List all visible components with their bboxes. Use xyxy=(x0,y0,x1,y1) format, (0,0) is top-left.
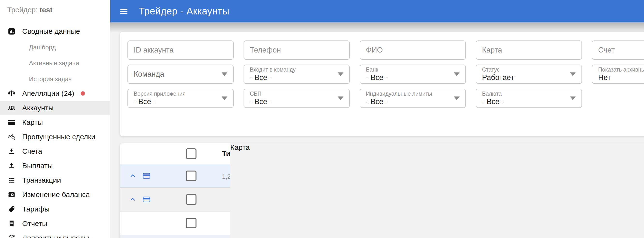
sidebar-item-label: Депозиты и выводы xyxy=(22,234,89,238)
sidebar-item-label: История задач xyxy=(29,75,72,83)
select-label: Входит в команду xyxy=(250,67,335,73)
sidebar-item-label: Карты xyxy=(22,118,43,126)
sidebar-item-accounts[interactable]: Аккаунты xyxy=(0,101,110,115)
select-placeholder: Команда xyxy=(134,70,219,79)
select-value: - Все - xyxy=(366,73,451,82)
filter-select-show-archived[interactable]: Показать архивныеНет xyxy=(592,65,644,84)
list-icon xyxy=(7,176,16,185)
filter-input-card[interactable] xyxy=(482,46,567,54)
account-type: Карта xyxy=(230,143,644,238)
select-label: Валюта xyxy=(482,91,567,97)
sidebar-item-invoices[interactable]: Счета xyxy=(0,144,110,158)
filter-field-fio xyxy=(360,40,466,60)
select-label: Статус xyxy=(482,67,567,73)
sidebar: Трейдер:test Сводные данныеДашбордАктивн… xyxy=(0,0,110,238)
sidebar-item-label: Транзакции xyxy=(22,176,61,184)
chevron-down-icon xyxy=(338,73,344,76)
filters-panel: КомандаВходит в команду- Все -Банк- Все … xyxy=(120,32,644,136)
filter-select-team[interactable]: Команда xyxy=(128,65,234,84)
filter-input-account-id[interactable] xyxy=(134,46,219,54)
table-row[interactable]: Карта 264 ***4442 - 2024-07-22 10:55:23 … xyxy=(120,211,644,235)
sidebar-item-payouts[interactable]: Выплаты xyxy=(0,158,110,173)
upload-icon xyxy=(7,161,16,170)
chevron-down-icon xyxy=(222,97,228,100)
header-shadow xyxy=(110,22,644,32)
sidebar-nav: Сводные данныеДашбордАктивные задачиИсто… xyxy=(0,24,110,238)
filter-select-individual-limits[interactable]: Индивидуальные лимиты- Все - xyxy=(360,89,466,108)
chevron-down-icon xyxy=(570,73,576,76)
filter-input-invoice[interactable] xyxy=(598,46,644,54)
collapse-row-icon[interactable] xyxy=(129,172,136,179)
row-checkbox[interactable] xyxy=(186,171,196,181)
select-value: - Все - xyxy=(366,97,451,106)
filter-select-status[interactable]: СтатусРаботает xyxy=(476,65,582,84)
sidebar-item-summary[interactable]: Сводные данные xyxy=(0,24,110,38)
sidebar-item-label: Апелляции (24) xyxy=(22,89,74,98)
tag-icon xyxy=(7,205,16,214)
filter-input-phone[interactable] xyxy=(250,46,335,54)
sidebar-item-deposits-withdrawals[interactable]: $Депозиты и выводы xyxy=(0,231,110,238)
chevron-down-icon xyxy=(570,97,576,100)
filters-row-3: Версия приложения- Все -СБП- Все -Индиви… xyxy=(128,89,644,108)
sidebar-item-label: Аккаунты xyxy=(22,104,54,112)
select-label: СБП xyxy=(250,91,335,97)
sidebar-item-tariffs[interactable]: Тарифы xyxy=(0,202,110,216)
collapse-row-icon[interactable] xyxy=(129,196,136,203)
row-cards-icon[interactable] xyxy=(142,171,151,180)
select-value: Работает xyxy=(482,73,567,82)
main-area: Трейдер - Аккаунты КомандаВходит в коман… xyxy=(110,0,644,238)
filter-field-account-id xyxy=(128,40,234,60)
filter-field-phone xyxy=(244,40,350,60)
filters-row-1 xyxy=(128,40,644,60)
sidebar-item-label: Дашборд xyxy=(29,44,56,51)
sidebar-item-label: Тарифы xyxy=(22,205,50,213)
sidebar-item-task-history[interactable]: История задач xyxy=(0,72,110,86)
select-all-checkbox[interactable] xyxy=(186,148,196,159)
missed-deals-icon xyxy=(7,132,16,141)
download-icon xyxy=(7,147,16,156)
sidebar-item-label: Пропущенные сделки xyxy=(22,133,95,141)
select-label: Индивидуальные лимиты xyxy=(366,91,451,97)
chevron-down-icon xyxy=(222,73,228,76)
accounts-table: Тип ? ID Аккаунт Команда Создан ↑ Статус… xyxy=(120,143,644,238)
app-header: Трейдер - Аккаунты xyxy=(110,0,644,22)
filter-select-in-team[interactable]: Входит в команду- Все - xyxy=(244,65,350,84)
select-value: - Все - xyxy=(250,97,335,106)
chevron-down-icon xyxy=(338,97,344,100)
filter-select-sbp[interactable]: СБП- Все - xyxy=(244,89,350,108)
filter-select-bank[interactable]: Банк- Все - xyxy=(360,65,466,84)
sidebar-item-label: Отчеты xyxy=(22,220,47,228)
sidebar-item-label: Счета xyxy=(22,147,42,155)
sidebar-item-dashboard[interactable]: Дашборд xyxy=(0,40,110,54)
credit-card-icon xyxy=(7,118,16,127)
sidebar-item-balance-change[interactable]: Изменение баланса xyxy=(0,187,110,202)
row-checkbox[interactable] xyxy=(186,218,196,228)
select-value: Нет xyxy=(598,73,644,82)
trader-label: Трейдер: xyxy=(7,6,38,14)
trader-header: Трейдер:test xyxy=(7,6,52,14)
sidebar-item-missed-deals[interactable]: Пропущенные сделки xyxy=(0,129,110,144)
sidebar-item-label: Активные задачи xyxy=(29,59,79,67)
sidebar-item-appeals[interactable]: Апелляции (24) xyxy=(0,86,110,101)
sidebar-item-transactions[interactable]: Транзакции xyxy=(0,173,110,187)
sidebar-item-label: Изменение баланса xyxy=(22,191,90,199)
bar-chart-icon xyxy=(7,27,16,36)
select-value: - Все - xyxy=(250,73,335,82)
sidebar-item-label: Выплаты xyxy=(22,162,53,170)
sidebar-item-reports[interactable]: Отчеты xyxy=(0,216,110,231)
filter-select-app-version[interactable]: Версия приложения- Все - xyxy=(128,89,234,108)
sidebar-item-label: Сводные данные xyxy=(22,27,80,35)
select-value: - Все - xyxy=(134,97,219,106)
select-label: Версия приложения xyxy=(134,91,219,97)
filter-select-currency[interactable]: Валюта- Все - xyxy=(476,89,582,108)
menu-icon[interactable] xyxy=(119,7,129,16)
row-checkbox[interactable] xyxy=(186,194,196,205)
select-label: Банк xyxy=(366,67,451,73)
sidebar-item-cards[interactable]: Карты xyxy=(0,115,110,129)
chevron-down-icon xyxy=(454,97,460,100)
sidebar-item-active-tasks[interactable]: Активные задачи xyxy=(0,56,110,70)
row-cards-icon[interactable] xyxy=(142,195,151,204)
filter-input-fio[interactable] xyxy=(366,46,451,54)
receipt-icon xyxy=(7,219,16,228)
filter-field-card xyxy=(476,40,582,60)
